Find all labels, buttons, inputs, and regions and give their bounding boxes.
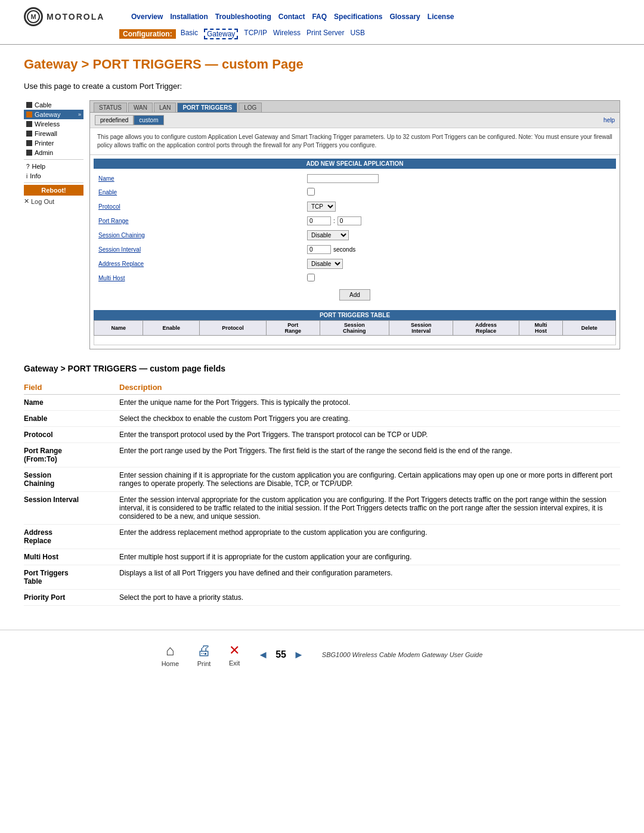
content-panel: STATUS WAN LAN PORT TRIGGERS LOG predefi… [89, 100, 620, 349]
add-button[interactable]: Add [339, 289, 370, 301]
config-usb[interactable]: USB [350, 29, 365, 39]
field-link-port-range[interactable]: Port Range [98, 218, 129, 224]
field-link-session-interval[interactable]: Session Interval [98, 246, 141, 253]
field-desc-cell: Enter the unique name for the Port Trigg… [119, 395, 620, 411]
footer-print[interactable]: 🖨 Print [197, 642, 211, 667]
tabs-bar: STATUS WAN LAN PORT TRIGGERS LOG [90, 101, 620, 113]
next-page-button[interactable]: ► [293, 649, 304, 661]
guide-text: SBG1000 Wireless Cable Modem Gateway Use… [322, 651, 483, 658]
field-link-protocol[interactable]: Protocol [98, 203, 120, 210]
sidebar-label-admin: Admin [35, 149, 53, 156]
config-print-server[interactable]: Print Server [306, 29, 344, 39]
col-description-header: Description [119, 380, 620, 395]
nav-specifications[interactable]: Specifications [334, 13, 382, 21]
port-range-from[interactable] [307, 216, 331, 225]
field-row: Session ChainingEnter session chaining i… [24, 467, 620, 492]
enable-checkbox[interactable] [307, 188, 315, 196]
tab-wan[interactable]: WAN [128, 103, 153, 112]
multi-host-checkbox[interactable] [307, 274, 315, 281]
sidebar-item-cable[interactable]: Cable [24, 100, 83, 110]
sidebar-item-firewall[interactable]: Firewall [24, 129, 83, 138]
form-table: Name Enable Protocol TCP [94, 171, 616, 286]
field-name-cell: Protocol [24, 427, 119, 443]
help-link[interactable]: help [603, 117, 615, 123]
th-port-range: PortRange [266, 321, 320, 336]
field-link-session-chaining[interactable]: Session Chaining [98, 232, 145, 239]
pred-tab-predefined[interactable]: predefined [95, 115, 134, 125]
config-label: Configuration: [119, 29, 176, 39]
sidebar-item-admin[interactable]: Admin [24, 148, 83, 157]
tab-lan[interactable]: LAN [154, 103, 176, 112]
session-chaining-select[interactable]: Disable TCP UDP TCP/UDP [307, 230, 349, 240]
field-row: NameEnter the unique name for the Port T… [24, 395, 620, 411]
port-range-cell: : [307, 216, 611, 225]
config-basic[interactable]: Basic [181, 29, 198, 39]
nav-glossary[interactable]: Glossary [389, 13, 420, 21]
sidebar-label-printer: Printer [35, 140, 54, 147]
pred-tab-custom[interactable]: custom [134, 115, 163, 125]
field-link-multi-host[interactable]: Multi Host [98, 275, 125, 281]
footer-home[interactable]: ⌂ Home [162, 642, 179, 667]
nav-license[interactable]: License [428, 13, 454, 21]
sidebar-label-firewall: Firewall [35, 130, 57, 137]
nav-overview[interactable]: Overview [131, 13, 163, 21]
logout-x-icon: ✕ [24, 197, 29, 205]
sidebar-item-gateway[interactable]: Gateway » [24, 110, 83, 119]
address-replace-select[interactable]: Disable Enable [307, 259, 343, 269]
form-row-protocol: Protocol TCP UDP [95, 200, 615, 213]
tab-log[interactable]: LOG [239, 103, 262, 112]
sidebar-item-printer[interactable]: Printer [24, 138, 83, 148]
th-enable: Enable [143, 321, 200, 336]
protocol-select[interactable]: TCP UDP [307, 202, 336, 212]
name-input[interactable] [307, 174, 379, 183]
field-row: Priority PortSelect the port to have a p… [24, 590, 620, 606]
config-gateway[interactable]: Gateway [204, 29, 238, 39]
nav-faq[interactable]: FAQ [312, 13, 327, 21]
config-tcpip[interactable]: TCP/IP [244, 29, 267, 39]
sidebar-item-info[interactable]: i Info [24, 171, 83, 181]
nav-contact[interactable]: Contact [278, 13, 305, 21]
form-header: ADD NEW SPECIAL APPLICATION [94, 159, 616, 169]
th-multi-host: MultiHost [519, 321, 563, 336]
field-row: Session IntervalEnter the session interv… [24, 492, 620, 525]
config-links: Basic Gateway TCP/IP Wireless Print Serv… [181, 29, 365, 39]
tab-status[interactable]: STATUS [94, 103, 127, 112]
field-name-cell: Session Interval [24, 492, 119, 525]
port-range-to[interactable] [338, 216, 361, 225]
sidebar-item-wireless[interactable]: Wireless [24, 119, 83, 129]
footer-exit[interactable]: ✕ Exit [229, 643, 240, 667]
field-row: ProtocolEnter the transport protocol use… [24, 427, 620, 443]
th-delete: Delete [563, 321, 616, 336]
table-header-label: PORT TRIGGERS TABLE [94, 310, 616, 320]
sidebar-logout-button[interactable]: ✕ Log Out [24, 197, 83, 205]
nav-troubleshooting[interactable]: Troubleshooting [215, 13, 271, 21]
field-name-cell: Enable [24, 411, 119, 427]
tab-port-triggers[interactable]: PORT TRIGGERS [177, 103, 237, 112]
field-link-enable[interactable]: Enable [98, 189, 117, 196]
field-link-address-replace[interactable]: Address Replace [98, 261, 144, 267]
sidebar-label-info: Info [30, 172, 41, 179]
field-name-cell: Session Chaining [24, 467, 119, 492]
field-link-name[interactable]: Name [98, 175, 114, 182]
logout-label: Log Out [31, 198, 54, 205]
table-section: PORT TRIGGERS TABLE Name Enable Protocol… [90, 310, 620, 349]
col-field-header: Field [24, 380, 119, 395]
sidebar-item-help[interactable]: ? Help [24, 162, 83, 171]
th-address-replace: AddressReplace [453, 321, 519, 336]
form-row-address-replace: Address Replace Disable Enable [95, 257, 615, 271]
session-interval-input[interactable] [307, 245, 331, 254]
th-protocol: Protocol [199, 321, 266, 336]
print-icon: 🖨 [197, 642, 211, 659]
config-wireless[interactable]: Wireless [273, 29, 301, 39]
field-row: Port Triggers TableDisplays a list of al… [24, 565, 620, 590]
sidebar-reboot-button[interactable]: Reboot! [24, 185, 83, 196]
field-desc-cell: Enter session chaining if it is appropri… [119, 467, 620, 492]
nav-installation[interactable]: Installation [170, 13, 208, 21]
form-row-enable: Enable [95, 186, 615, 199]
footer-center: ◄ 55 ► [258, 649, 304, 661]
fields-table: Field Description NameEnter the unique n… [24, 380, 620, 606]
th-session-chaining: SessionChaining [320, 321, 389, 336]
prev-page-button[interactable]: ◄ [258, 649, 268, 661]
field-desc-cell: Enter the port range used by the Port Tr… [119, 443, 620, 467]
field-row: Port Range (From:To)Enter the port range… [24, 443, 620, 467]
